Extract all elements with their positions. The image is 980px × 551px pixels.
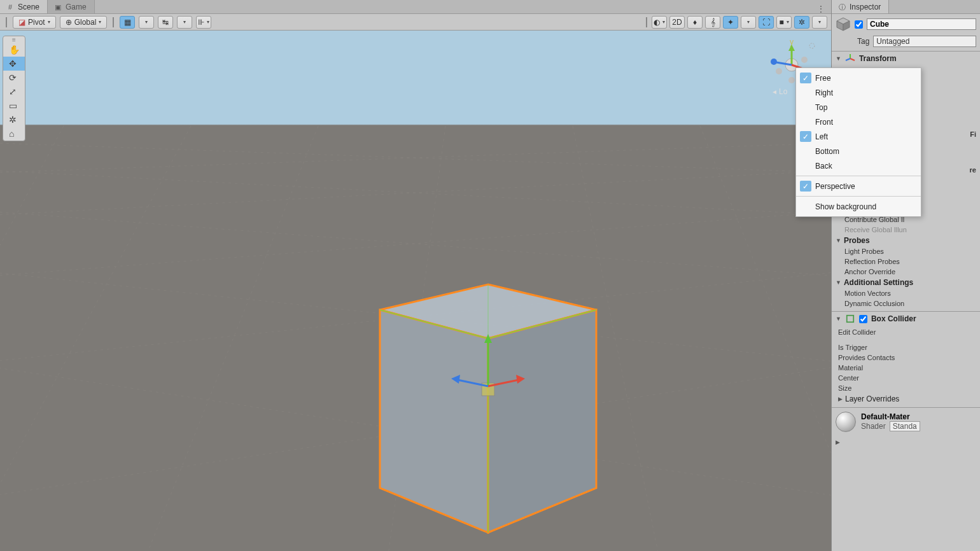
ctx-item-back[interactable]: Back <box>796 158 921 173</box>
boxcollider-component-header[interactable]: ▼ Box Collider <box>832 312 980 326</box>
probes-section[interactable]: ▼ Probes <box>836 235 976 246</box>
tab-game[interactable]: ▣ Game <box>48 0 95 13</box>
camera-icon: ■ <box>779 18 783 27</box>
ctx-item-top[interactable]: Top <box>796 100 921 115</box>
mode-2d-label: 2D <box>672 18 682 27</box>
chevron-down-icon: ▾ <box>183 19 186 25</box>
hand-tool[interactable]: ✋ <box>3 43 25 57</box>
prop-collider-center[interactable]: Center <box>838 373 976 383</box>
grid-snap-menu[interactable]: ▾ <box>139 16 154 29</box>
svg-marker-18 <box>488 310 596 533</box>
toolstrip-grip[interactable]: ≡ <box>3 36 25 43</box>
selected-cube[interactable] <box>361 278 615 547</box>
fx-menu[interactable]: ▾ <box>741 16 756 29</box>
check-icon <box>800 116 811 127</box>
scene-tabbar: # Scene ▣ Game ⋮ <box>0 0 831 14</box>
snap-increment-menu[interactable]: ▾ <box>177 16 192 29</box>
boxcollider-enabled-checkbox[interactable] <box>859 315 867 323</box>
svg-line-5 <box>0 139 831 177</box>
fx-icon: ✦ <box>727 18 734 27</box>
tab-inspector[interactable]: ⓘ Inspector <box>832 0 889 13</box>
shader-dropdown[interactable]: Standa <box>890 421 920 431</box>
transform-tool[interactable]: ✲ <box>3 113 25 127</box>
ctx-separator <box>796 196 921 197</box>
game-icon: ▣ <box>54 3 62 11</box>
shader-value: Standa <box>893 422 917 431</box>
material-row[interactable]: Default-Mater Shader Standa <box>832 407 980 436</box>
fold-icon[interactable]: ▶ <box>836 439 840 445</box>
transform-icon <box>845 53 855 64</box>
ctx-item-free[interactable]: ✓ Free <box>796 71 921 85</box>
ctx-item-front[interactable]: Front <box>796 115 921 129</box>
prop-collider-size[interactable]: Size <box>838 383 976 393</box>
ctx-item-right[interactable]: Right <box>796 85 921 100</box>
scene-viewport[interactable]: y ◂ Lo <box>0 31 831 551</box>
fold-icon: ▶ <box>838 396 843 402</box>
tab-scene[interactable]: # Scene <box>0 0 48 13</box>
hidden-objects-button[interactable]: ⛶ <box>759 16 774 29</box>
rect-tool[interactable]: ▭ <box>3 99 25 113</box>
orientation-label: Lo <box>779 87 788 96</box>
rotate-tool[interactable]: ⟳ <box>3 71 25 85</box>
check-icon: ✓ <box>800 131 811 142</box>
fold-icon: ▼ <box>836 55 841 62</box>
pivot-dropdown[interactable]: ◪ Pivot ▾ <box>13 16 56 29</box>
gizmos-menu[interactable]: ▾ <box>812 16 827 29</box>
additional-section[interactable]: ▼ Additional Settings <box>836 277 976 288</box>
gizmos-button[interactable]: ✲ <box>794 16 809 29</box>
prop-provides-contacts[interactable]: Provides Contacts <box>838 352 976 363</box>
mode-2d-button[interactable]: 2D <box>669 16 685 29</box>
chevron-down-icon: ▾ <box>787 19 789 25</box>
chevron-down-icon: ▾ <box>747 19 750 25</box>
ctx-item-left[interactable]: ✓ Left <box>796 129 921 144</box>
info-icon: ⓘ <box>838 3 846 11</box>
scene-toolbar: ◪ Pivot ▾ ⊕ Global ▾ ▦ ▾ ↹ ▾ ⊪ ▾ <box>0 14 831 31</box>
probes-title: Probes <box>844 236 870 245</box>
chevron-down-icon: ▾ <box>48 19 50 25</box>
prop-motion-vectors[interactable]: Motion Vectors <box>836 288 976 298</box>
gameobject-active-checkbox[interactable] <box>855 20 863 29</box>
transform-component-header[interactable]: ▼ Transform <box>832 52 980 66</box>
prop-collider-material[interactable]: Material <box>838 363 976 373</box>
fold-icon: ▼ <box>836 237 841 244</box>
prop-is-trigger[interactable]: Is Trigger <box>838 342 976 352</box>
layer-overrides-section[interactable]: ▶ Layer Overrides <box>838 393 976 405</box>
transform-tool-strip: ≡ ✋ ✥ ⟳ ⤢ ▭ ✲ ⌂ <box>3 36 25 141</box>
grid-snap-button[interactable]: ▦ <box>120 16 135 29</box>
globe-icon: ⊕ <box>66 18 72 27</box>
check-icon <box>800 201 811 212</box>
check-icon <box>800 146 811 157</box>
camera-dropdown[interactable]: ■▾ <box>776 16 792 29</box>
svg-line-11 <box>0 126 191 551</box>
svg-line-1 <box>0 164 831 221</box>
audio-button[interactable]: 𝄞 <box>705 16 720 29</box>
fold-icon: ▼ <box>836 316 841 322</box>
scene-tab-menu[interactable]: ⋮ <box>811 4 831 13</box>
snap-increment-button[interactable]: ↹ <box>158 16 173 29</box>
svg-point-39 <box>776 68 782 74</box>
boxcollider-icon <box>845 314 855 324</box>
ctx-item-show-background[interactable]: Show background <box>796 199 921 214</box>
shading-dropdown[interactable]: ◐ ▾ <box>652 16 667 29</box>
ctx-item-perspective[interactable]: ✓ Perspective <box>796 179 921 193</box>
tab-game-label: Game <box>66 3 87 11</box>
scale-tool[interactable]: ⤢ <box>3 85 25 99</box>
ctx-item-bottom[interactable]: Bottom <box>796 144 921 158</box>
prop-reflection-probes[interactable]: Reflection Probes <box>836 256 976 267</box>
prop-edit-collider[interactable]: Edit Collider <box>838 327 976 337</box>
fx-button[interactable]: ✦ <box>723 16 738 29</box>
check-icon <box>800 160 811 171</box>
lighting-button[interactable]: ♦ <box>687 16 703 29</box>
tag-dropdown[interactable]: Untagged <box>873 36 976 47</box>
gameobject-name-field[interactable] <box>867 18 976 30</box>
custom-tool[interactable]: ⌂ <box>3 127 25 141</box>
prop-anchor-override[interactable]: Anchor Override <box>836 267 976 277</box>
prop-receive-gi: Receive Global Illun <box>836 225 976 235</box>
ruler-icon: ⊪ <box>198 18 204 27</box>
ruler-dropdown[interactable]: ⊪ ▾ <box>196 16 211 29</box>
prop-light-probes[interactable]: Light Probes <box>836 246 976 256</box>
move-tool[interactable]: ✥ <box>3 57 25 71</box>
prop-dynamic-occlusion[interactable]: Dynamic Occlusion <box>836 298 976 309</box>
global-dropdown[interactable]: ⊕ Global ▾ <box>60 16 108 29</box>
chevron-down-icon: ▾ <box>818 19 821 25</box>
